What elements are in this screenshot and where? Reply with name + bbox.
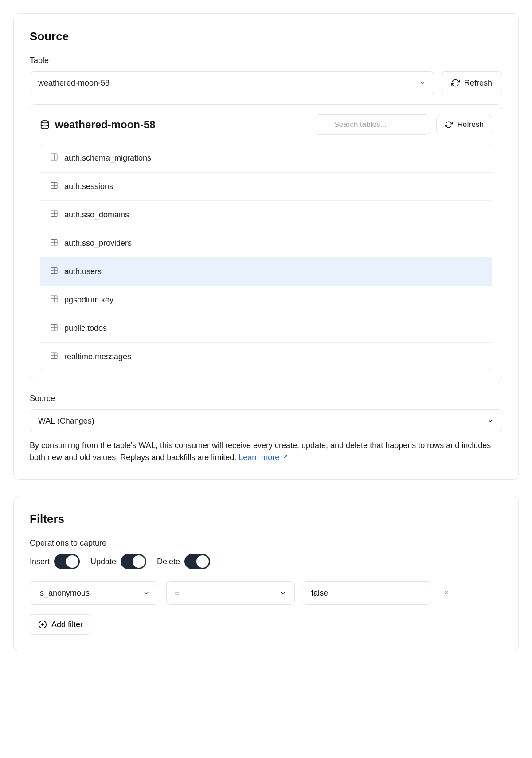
svg-line-27 [284, 455, 287, 458]
source-mode-value: WAL (Changes) [38, 416, 94, 426]
add-filter-label: Add filter [51, 620, 83, 629]
chevron-down-icon [279, 589, 286, 597]
filter-operator-value: = [175, 589, 180, 598]
filter-value-input[interactable] [303, 581, 431, 605]
table-select[interactable]: weathered-moon-58 [30, 71, 434, 94]
remove-filter-button[interactable] [439, 585, 454, 602]
table-item[interactable]: pgsodium.key [40, 286, 492, 314]
search-tables-input[interactable] [315, 114, 430, 135]
source-title: Source [30, 30, 502, 43]
close-icon [443, 589, 450, 596]
database-panel: weathered-moon-58 Refresh auth.schema_mi… [30, 104, 502, 381]
filters-title: Filters [30, 512, 502, 526]
inner-refresh-label: Refresh [457, 120, 484, 129]
table-icon [50, 181, 58, 192]
table-icon [50, 238, 58, 248]
database-name: weathered-moon-58 [55, 118, 156, 131]
source-mode-select[interactable]: WAL (Changes) [30, 409, 502, 432]
table-item[interactable]: auth.sso_providers [40, 229, 492, 258]
table-item[interactable]: auth.sso_domains [40, 201, 492, 229]
table-item[interactable]: auth.sessions [40, 173, 492, 201]
table-icon [50, 210, 58, 220]
table-item[interactable]: public.todos [40, 314, 492, 343]
table-item[interactable]: auth.users [40, 258, 492, 286]
refresh-button[interactable]: Refresh [441, 71, 502, 94]
table-item-label: auth.users [64, 267, 102, 276]
table-icon [50, 153, 58, 163]
table-item[interactable]: auth.schema_migrations [40, 144, 492, 173]
table-item-label: auth.schema_migrations [64, 153, 151, 163]
learn-more-label: Learn more [239, 452, 279, 463]
delete-toggle-label: Delete [157, 557, 180, 566]
external-link-icon [281, 454, 288, 461]
table-icon [50, 323, 58, 334]
update-toggle-label: Update [90, 557, 116, 566]
filters-card: Filters Operations to capture Insert Upd… [13, 496, 519, 651]
refresh-icon [451, 79, 460, 87]
refresh-label: Refresh [464, 79, 492, 88]
svg-point-0 [41, 121, 49, 123]
chevron-down-icon [143, 589, 150, 597]
table-icon [50, 352, 58, 362]
insert-toggle[interactable] [54, 554, 80, 569]
refresh-icon [445, 121, 453, 129]
source-card: Source Table weathered-moon-58 Refresh w… [13, 13, 519, 480]
filter-operator-select[interactable]: = [166, 581, 295, 605]
table-icon [50, 295, 58, 305]
table-item-label: pgsodium.key [64, 295, 113, 305]
chevron-down-icon [419, 79, 426, 86]
table-item-label: realtime.messages [64, 352, 131, 361]
plus-circle-icon [38, 620, 47, 629]
table-icon [50, 267, 58, 277]
chevron-down-icon [487, 417, 494, 424]
operations-label: Operations to capture [30, 538, 502, 548]
source-description: By consuming from the table's WAL, this … [30, 440, 502, 463]
table-item-label: public.todos [64, 324, 107, 333]
table-item-label: auth.sso_domains [64, 210, 129, 220]
table-list[interactable]: auth.schema_migrationsauth.sessionsauth.… [40, 144, 492, 371]
filter-column-value: is_anonymous [38, 589, 90, 598]
inner-refresh-button[interactable]: Refresh [436, 115, 492, 134]
table-item[interactable]: realtime.messages [40, 343, 492, 371]
source-mode-label: Source [30, 394, 502, 403]
table-label: Table [30, 56, 502, 65]
table-item-label: auth.sessions [64, 182, 113, 191]
learn-more-link[interactable]: Learn more [239, 452, 288, 463]
insert-toggle-label: Insert [30, 557, 50, 566]
add-filter-button[interactable]: Add filter [30, 614, 91, 635]
table-item-label: auth.sso_providers [64, 239, 132, 248]
database-icon [40, 120, 50, 130]
table-select-value: weathered-moon-58 [38, 79, 110, 88]
update-toggle[interactable] [121, 554, 146, 569]
filter-column-select[interactable]: is_anonymous [30, 581, 158, 605]
delete-toggle[interactable] [184, 554, 210, 569]
